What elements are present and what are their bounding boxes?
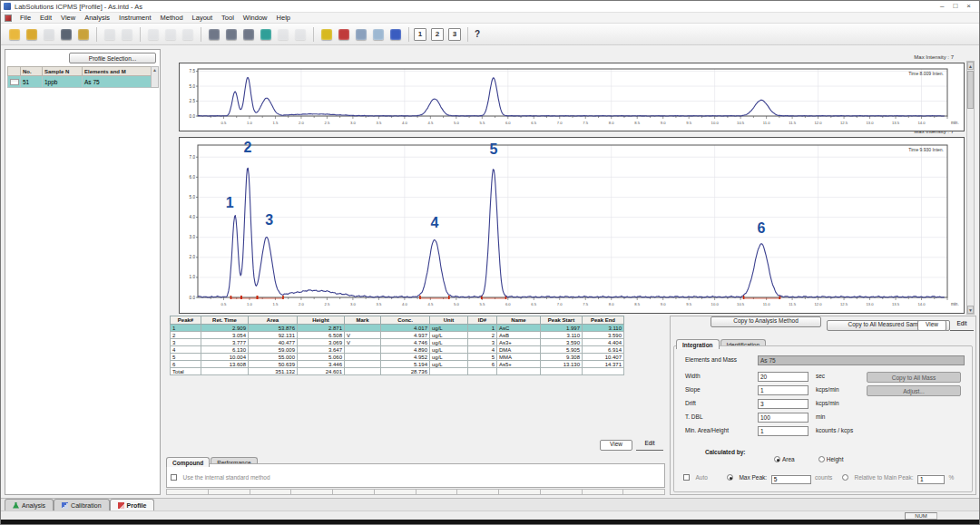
tile-horizontal-button[interactable] xyxy=(206,26,222,43)
tab-integration[interactable]: Integration xyxy=(676,339,720,349)
view-tab-label: Calibration xyxy=(71,502,101,509)
svg-text:8.0: 8.0 xyxy=(609,302,614,306)
results-header: Name xyxy=(497,316,541,325)
results-cell: 4.890 xyxy=(381,346,430,354)
new-file-button[interactable] xyxy=(6,26,23,43)
results-cell: 13.608 xyxy=(201,361,249,368)
report-button[interactable] xyxy=(370,26,387,43)
results-cell: DMA xyxy=(497,346,541,354)
calibration-icon xyxy=(62,502,68,509)
relative-to-main-peak-field[interactable]: 1 xyxy=(917,475,945,484)
maximize-button[interactable]: □ xyxy=(953,3,957,10)
menu-method[interactable]: Method xyxy=(156,13,188,23)
max-peak-radio[interactable] xyxy=(727,474,733,481)
results-row[interactable]: 613.60850.6393.4465.194ug/L6As5+13.13014… xyxy=(171,361,624,368)
menu-help[interactable]: Help xyxy=(272,13,295,23)
view-tab-analysis[interactable]: Analysis xyxy=(5,499,54,510)
svg-text:2.5: 2.5 xyxy=(324,121,329,125)
results-cell: V xyxy=(345,332,381,339)
compound-view-button[interactable]: View xyxy=(600,440,632,451)
method-flask-button[interactable] xyxy=(318,26,335,43)
max-peak-field[interactable]: 5 xyxy=(771,475,811,484)
menu-layout[interactable]: Layout xyxy=(188,13,218,23)
profile-selection-button[interactable]: Profile Selection... xyxy=(69,53,156,63)
scrollbar-thumb[interactable] xyxy=(967,71,974,109)
table-view-button[interactable] xyxy=(258,26,274,43)
height-radio[interactable] xyxy=(818,456,825,462)
close-button[interactable]: × xyxy=(966,3,971,10)
data-analysis-button[interactable] xyxy=(336,26,352,43)
auto-label: Auto xyxy=(695,474,707,481)
tile-vertical-button[interactable] xyxy=(223,26,240,43)
area-radio[interactable] xyxy=(774,456,780,462)
view-button[interactable]: View xyxy=(917,320,946,331)
window-layout-3-button[interactable]: 3 xyxy=(448,28,461,41)
minimize-button[interactable]: – xyxy=(940,3,944,10)
sample-row[interactable]: 511ppbAs 75 xyxy=(8,76,159,88)
menu-file[interactable]: File xyxy=(15,13,35,23)
print-button[interactable] xyxy=(58,26,74,43)
results-row[interactable]: 33.77740.4773.069V4.746ug/L3As3+3.5904.4… xyxy=(171,339,624,346)
chromatogram-overview[interactable]: 0.02.55.07.50.51.01.52.02.53.03.54.04.55… xyxy=(179,63,965,131)
cascade-windows-button[interactable] xyxy=(240,26,257,43)
min-area-height-field[interactable]: 1 xyxy=(758,426,808,436)
t-dbl-field[interactable]: 100 xyxy=(758,413,808,423)
svg-text:1.0: 1.0 xyxy=(247,302,252,306)
window-layout-1-button[interactable]: 1 xyxy=(414,28,426,41)
results-row[interactable]: 46.13059.0093.6474.890ug/L4DMA5.9056.914 xyxy=(171,346,624,354)
batch-edit-button[interactable] xyxy=(75,26,92,43)
menu-edit[interactable]: Edit xyxy=(35,13,56,23)
paste-button xyxy=(180,26,196,43)
system-button[interactable] xyxy=(387,26,404,43)
relative-to-main-peak-radio[interactable] xyxy=(842,474,848,481)
results-total-row[interactable]: Total351.13224.60128.736 xyxy=(171,368,624,375)
sample-cell: As 75 xyxy=(83,76,159,88)
menu-tool[interactable]: Tool xyxy=(217,13,239,23)
copy-to-analysis-method-button[interactable]: Copy to Analysis Method xyxy=(710,316,821,327)
instrument-monitor-button[interactable] xyxy=(353,26,369,43)
help-button[interactable]: ? xyxy=(470,29,485,39)
results-row[interactable]: 12.90953.8762.8714.017ug/L1AsC1.9973.110 xyxy=(171,325,624,332)
svg-text:2.5: 2.5 xyxy=(190,99,196,103)
results-cell: ug/L xyxy=(430,354,468,361)
open-folder-button[interactable] xyxy=(24,26,40,43)
sample-cell: 1ppb xyxy=(43,76,83,88)
undo-button xyxy=(145,26,162,43)
results-row[interactable]: 510.00455.0005.0604.952ug/L5MMA9.30810.4… xyxy=(171,354,624,361)
cut-button xyxy=(102,26,118,43)
results-cell: ug/L xyxy=(430,332,468,339)
width-field[interactable]: 20 xyxy=(758,372,808,382)
menu-view[interactable]: View xyxy=(56,13,80,23)
view-tab-calibration[interactable]: Calibration xyxy=(54,499,109,510)
edit-button[interactable]: Edit xyxy=(950,320,974,331)
results-row[interactable]: 23.05492.1316.508V4.937ug/L2AsB3.1103.59… xyxy=(171,332,624,339)
auto-checkbox[interactable] xyxy=(683,474,690,481)
svg-text:7.0: 7.0 xyxy=(557,121,563,125)
menu-analysis[interactable]: Analysis xyxy=(80,13,114,23)
internal-standard-checkbox[interactable] xyxy=(171,474,177,481)
menu-window[interactable]: Window xyxy=(239,13,272,23)
results-cell: 4 xyxy=(171,346,201,354)
chromatogram-profile[interactable]: 0.01.02.03.04.05.06.07.00.51.01.52.02.53… xyxy=(179,137,965,314)
svg-text:4.0: 4.0 xyxy=(190,215,196,219)
svg-text:1.5: 1.5 xyxy=(273,121,279,125)
scroll-down-icon[interactable]: ▼ xyxy=(967,306,974,314)
drift-field[interactable]: 3 xyxy=(758,399,808,409)
slope-unit: kcps/min xyxy=(816,386,839,393)
menu-instrument[interactable]: Instrument xyxy=(114,13,155,23)
slope-field[interactable]: 1 xyxy=(758,385,808,395)
width-label: Width xyxy=(685,373,701,379)
cut-icon xyxy=(104,29,115,40)
compound-pane: View Edit CompoundPerformance Use the in… xyxy=(166,452,665,495)
window-layout-2-button[interactable]: 2 xyxy=(431,28,444,41)
view-tab-profile[interactable]: Profile xyxy=(110,499,155,510)
tab-compound[interactable]: Compound xyxy=(166,457,210,467)
svg-text:12.5: 12.5 xyxy=(840,121,848,125)
compound-edit-button[interactable]: Edit xyxy=(636,440,663,451)
chart-scrollbar[interactable]: ▲ ▼ xyxy=(966,61,975,315)
svg-text:4: 4 xyxy=(430,215,438,230)
sample-table-scrollbar[interactable]: ▲ xyxy=(151,66,159,88)
svg-text:7.0: 7.0 xyxy=(557,302,563,306)
scroll-up-icon[interactable]: ▲ xyxy=(967,62,974,70)
svg-text:7.5: 7.5 xyxy=(583,121,588,125)
